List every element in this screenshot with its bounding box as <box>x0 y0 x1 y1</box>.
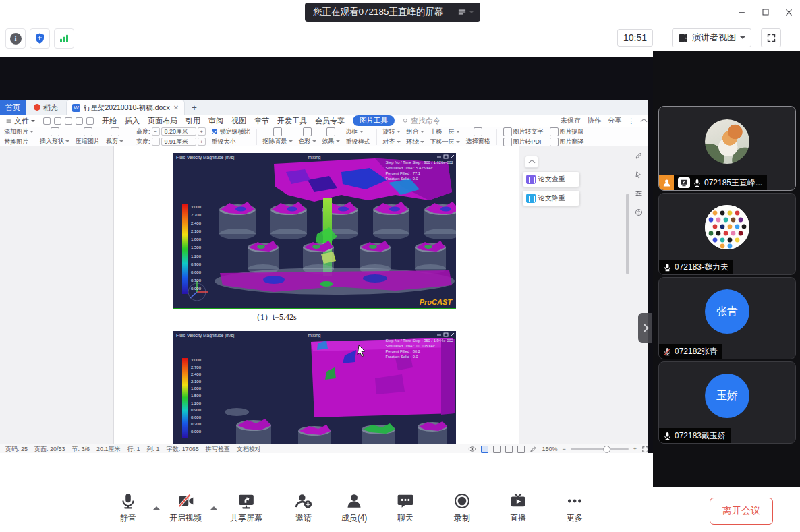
picture-tools-tab[interactable]: 图片工具 <box>353 115 395 126</box>
menu-references[interactable]: 引用 <box>185 116 200 126</box>
view-mode-selector[interactable]: 演讲者视图 <box>672 28 751 47</box>
video-options-arrow[interactable] <box>210 503 217 510</box>
document-scrollbar[interactable] <box>626 149 629 439</box>
meeting-info-button[interactable]: i <box>5 28 26 49</box>
read-view-icon[interactable] <box>517 446 525 453</box>
mute-button[interactable]: 静音 <box>103 492 154 524</box>
collaborate-button[interactable]: 协作 <box>588 116 601 125</box>
document-page[interactable]: Fluid Velocity Magnitude [m/s] mixing St… <box>113 146 519 444</box>
group-button[interactable]: 组合 <box>407 127 424 136</box>
spellcheck-button[interactable]: 拼写检查 <box>206 445 230 454</box>
fullscreen-button[interactable] <box>761 28 781 47</box>
maximize-button[interactable] <box>755 3 776 22</box>
minus-icon[interactable]: − <box>152 138 160 146</box>
page-view-icon[interactable] <box>481 446 488 453</box>
menu-start[interactable]: 开始 <box>102 116 117 126</box>
insert-shape-button[interactable]: 插入形状 <box>40 127 69 146</box>
menu-review[interactable]: 审阅 <box>208 116 223 126</box>
select-cursor-icon[interactable] <box>635 171 643 179</box>
preview-icon[interactable] <box>65 117 72 125</box>
undo-icon[interactable] <box>76 117 83 125</box>
menu-view[interactable]: 视图 <box>231 116 246 126</box>
participant-tile-2[interactable]: 072183-魏力夫 <box>658 193 796 275</box>
more-button[interactable]: 更多 <box>549 492 600 524</box>
leave-meeting-button[interactable]: 离开会议 <box>710 498 773 525</box>
compress-image-button[interactable]: 压缩图片 <box>76 127 100 146</box>
rotate-button[interactable]: 旋转 <box>383 127 401 136</box>
crop-button[interactable]: 裁剪 <box>106 127 123 146</box>
align-button[interactable]: 对齐 <box>383 138 401 146</box>
paper-dedup-button[interactable]: 论文降重 <box>523 191 579 206</box>
pen-icon[interactable] <box>530 446 537 453</box>
plus-icon[interactable]: + <box>198 138 206 146</box>
participant-tile-4[interactable]: 玉娇 072183戴玉娇 <box>658 361 796 444</box>
image-extract-button[interactable]: 图片提取 <box>550 127 584 136</box>
height-stepper[interactable]: 高度:−8.20厘米+ <box>136 127 206 136</box>
effects-button[interactable]: 效果 <box>322 127 340 146</box>
file-menu[interactable]: 文件 <box>5 116 35 126</box>
menu-section[interactable]: 章节 <box>254 116 269 126</box>
zoom-slider[interactable] <box>571 448 629 450</box>
save-icon[interactable] <box>43 117 51 125</box>
more-menu-icon[interactable]: ⋮ <box>628 117 635 125</box>
hide-participants-handle[interactable] <box>638 313 652 343</box>
bring-forward-button[interactable]: 上移一层 <box>430 127 460 136</box>
close-tab-icon[interactable]: ✕ <box>173 104 179 111</box>
zoom-in-icon[interactable]: + <box>633 446 637 452</box>
proofread-button[interactable]: 文档校对 <box>237 445 261 454</box>
security-button[interactable] <box>30 28 50 49</box>
mic-options-arrow[interactable] <box>153 503 160 510</box>
participant-tile-1[interactable]: 072185王直峰... <box>658 106 796 191</box>
wps-home-tab[interactable]: 首页 <box>0 100 26 115</box>
collapse-ribbon-icon[interactable] <box>641 118 648 125</box>
remove-background-button[interactable]: 抠除背景 <box>263 127 293 146</box>
web-view-icon[interactable] <box>505 446 513 453</box>
collapse-assistant-button[interactable] <box>525 156 538 168</box>
send-backward-button[interactable]: 下移一层 <box>430 138 460 146</box>
zoom-slider-knob[interactable] <box>603 446 610 453</box>
menu-membership[interactable]: 会员专享 <box>315 116 345 126</box>
wps-docer-tab[interactable]: 稻壳 <box>26 100 66 115</box>
record-button[interactable]: 录制 <box>436 492 488 524</box>
adjust-sliders-icon[interactable] <box>635 189 643 198</box>
print-icon[interactable] <box>54 117 61 125</box>
procast-simulation-image-2[interactable]: Fluid Velocity Magnitude [m/s] mixing St… <box>173 331 456 444</box>
chat-button[interactable]: 聊天 <box>380 492 431 524</box>
participant-tile-3[interactable]: 张青 072182张青 <box>658 277 796 359</box>
paper-check-button[interactable]: 论文查重 <box>523 172 579 187</box>
live-stream-button[interactable]: 直播 <box>492 492 544 524</box>
eye-protection-icon[interactable] <box>468 445 476 453</box>
add-image-button[interactable]: 添加图片 <box>4 127 34 136</box>
procast-simulation-image-1[interactable]: Fluid Velocity Magnitude [m/s] mixing St… <box>173 153 456 309</box>
minimize-button[interactable] <box>731 3 751 22</box>
minus-icon[interactable]: − <box>152 127 160 136</box>
menu-insert[interactable]: 插入 <box>125 116 140 126</box>
reset-style-button[interactable]: 重设样式 <box>346 138 370 146</box>
border-button[interactable]: 边框 <box>346 127 370 136</box>
share-button[interactable]: 分享 <box>608 116 621 125</box>
image-translate-button[interactable]: 图片翻译 <box>550 138 584 146</box>
scrollbar-thumb[interactable] <box>626 194 629 274</box>
reset-size-button[interactable]: 重设大小 <box>212 138 250 146</box>
network-status-button[interactable] <box>54 28 74 49</box>
zoom-out-icon[interactable]: − <box>562 446 565 452</box>
command-search[interactable]: 查找命令 <box>403 116 440 126</box>
image-to-text-button[interactable]: 图片转文字 <box>503 127 544 136</box>
start-video-button[interactable]: 开启视频 <box>160 492 211 524</box>
lock-ratio-checkbox[interactable]: 锁定纵横比 <box>212 127 250 136</box>
fullscreen-icon[interactable] <box>641 446 648 453</box>
invite-button[interactable]: 邀请 <box>278 492 329 524</box>
menu-page-layout[interactable]: 页面布局 <box>148 116 177 126</box>
plus-icon[interactable]: + <box>198 127 206 136</box>
selection-pane-button[interactable]: 选择窗格 <box>466 127 490 146</box>
wrap-button[interactable]: 环绕 <box>407 138 424 146</box>
document-tab[interactable]: W 行星架20210310-初稿.docx ✕ <box>66 100 185 115</box>
width-stepper[interactable]: 宽度:−9.91厘米+ <box>136 138 206 146</box>
new-tab-button[interactable]: + <box>185 100 204 115</box>
image-to-pdf-button[interactable]: 图片转PDF <box>503 138 544 146</box>
close-button[interactable] <box>778 3 799 22</box>
redo-icon[interactable] <box>86 117 94 125</box>
outline-view-icon[interactable] <box>493 446 501 453</box>
replace-image-button[interactable]: 替换图片 <box>4 138 34 146</box>
menu-dev-tools[interactable]: 开发工具 <box>277 116 307 126</box>
